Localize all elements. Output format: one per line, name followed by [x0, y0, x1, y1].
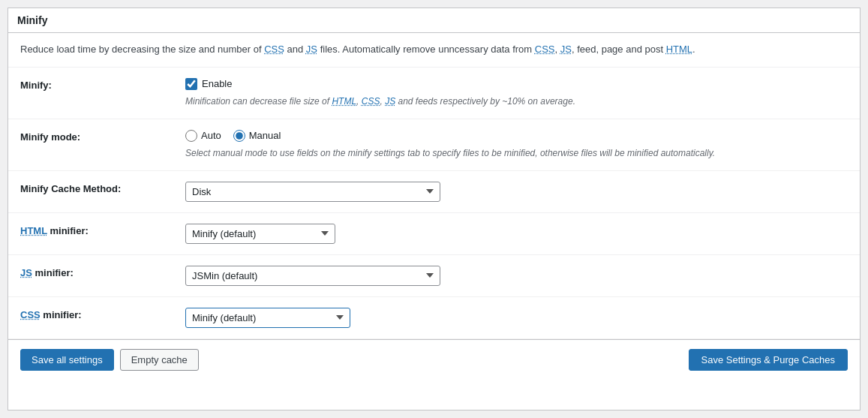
- js-minifier-content: JSMin (default) Google Closure Compiler …: [185, 266, 848, 286]
- css-minifier-label: CSS minifier:: [20, 308, 185, 320]
- html-link-1[interactable]: HTML: [666, 44, 692, 55]
- radio-manual[interactable]: [233, 130, 245, 142]
- css-minifier-content: Minify (default) YUI Compressor None: [185, 308, 848, 328]
- css-minifier-select[interactable]: Minify (default) YUI Compressor None: [185, 308, 350, 328]
- html-minifier-select[interactable]: Minify (default) HTML Tidy None: [185, 224, 335, 244]
- panel-title: Minify: [17, 14, 47, 26]
- panel-header: Minify: [8, 8, 860, 33]
- page-wrapper: Minify Reduce load time by decreasing th…: [0, 0, 868, 418]
- radio-auto-label: Auto: [201, 130, 221, 141]
- footer-left: Save all settings Empty cache: [20, 349, 199, 371]
- js-ref: JS: [385, 96, 395, 107]
- minify-mode-radio-group: Auto Manual: [185, 130, 848, 142]
- js-label-link: JS: [20, 267, 32, 278]
- save-all-button[interactable]: Save all settings: [20, 349, 114, 371]
- empty-cache-button[interactable]: Empty cache: [120, 349, 199, 371]
- js-minifier-select[interactable]: JSMin (default) Google Closure Compiler …: [185, 266, 440, 286]
- minify-row: Minify: Enable Minification can decrease…: [8, 68, 860, 119]
- minify-mode-content: Auto Manual Select manual mode to use fi…: [185, 130, 848, 160]
- cache-method-label: Minify Cache Method:: [20, 182, 185, 194]
- minify-content: Enable Minification can decrease file si…: [185, 78, 848, 108]
- js-link-1[interactable]: JS: [306, 44, 317, 55]
- html-minifier-content: Minify (default) HTML Tidy None: [185, 224, 848, 244]
- minify-checkbox-row: Enable: [185, 78, 848, 90]
- css-ref: CSS: [362, 96, 380, 107]
- radio-auto-item: Auto: [185, 130, 221, 142]
- css-link-2[interactable]: CSS: [535, 44, 555, 55]
- panel-footer: Save all settings Empty cache Save Setti…: [8, 339, 860, 380]
- panel-description: Reduce load time by decreasing the size …: [8, 33, 860, 68]
- css-label-link: CSS: [20, 309, 41, 320]
- cache-method-select[interactable]: Disk Database Memcached: [185, 182, 440, 202]
- minify-mode-label: Minify mode:: [20, 130, 185, 143]
- css-link-1[interactable]: CSS: [264, 44, 284, 55]
- minify-checkbox[interactable]: [185, 78, 197, 90]
- minify-checkbox-label: Enable: [202, 78, 232, 89]
- js-minifier-label: JS minifier:: [20, 266, 185, 278]
- css-minifier-row: CSS minifier: Minify (default) YUI Compr…: [8, 297, 860, 339]
- save-purge-button[interactable]: Save Settings & Purge Caches: [689, 349, 848, 371]
- js-link-2[interactable]: JS: [560, 44, 572, 55]
- radio-auto[interactable]: [185, 130, 197, 142]
- minify-hint: Minification can decrease file size of H…: [185, 95, 848, 108]
- minify-mode-hint: Select manual mode to use fields on the …: [185, 146, 848, 160]
- html-ref: HTML: [332, 96, 356, 107]
- cache-method-content: Disk Database Memcached: [185, 182, 848, 202]
- html-minifier-row: HTML minifier: Minify (default) HTML Tid…: [8, 213, 860, 255]
- minify-mode-row: Minify mode: Auto Manual Select manual m…: [8, 119, 860, 171]
- cache-method-row: Minify Cache Method: Disk Database Memca…: [8, 171, 860, 213]
- minify-label: Minify:: [20, 78, 185, 91]
- radio-manual-label: Manual: [249, 130, 281, 141]
- radio-manual-item: Manual: [233, 130, 281, 142]
- footer-right: Save Settings & Purge Caches: [689, 349, 848, 371]
- html-label-link: HTML: [20, 225, 47, 236]
- settings-panel: Minify Reduce load time by decreasing th…: [8, 8, 860, 410]
- html-minifier-label: HTML minifier:: [20, 224, 185, 236]
- js-minifier-row: JS minifier: JSMin (default) Google Clos…: [8, 255, 860, 297]
